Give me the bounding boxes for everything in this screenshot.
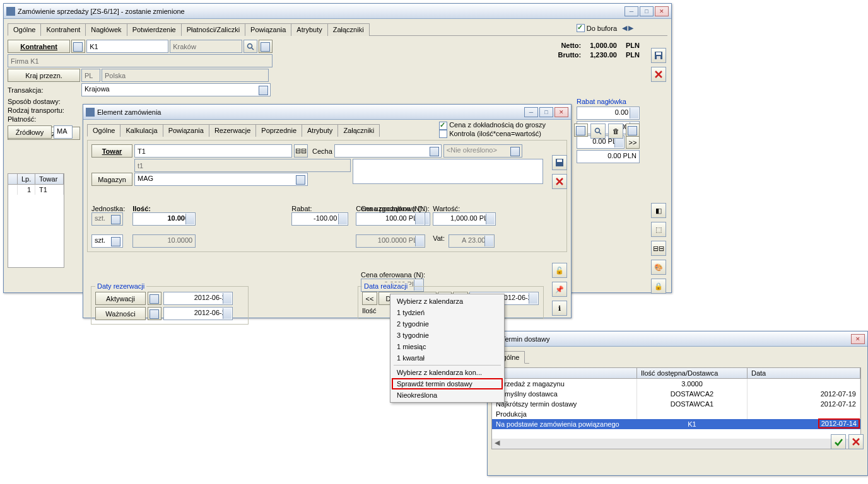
app-icon bbox=[6, 7, 15, 16]
cecha-select[interactable] bbox=[334, 144, 442, 158]
search-dropdown[interactable] bbox=[259, 40, 273, 53]
el-tab-kalkulacja[interactable]: Kalkulacja bbox=[120, 124, 163, 137]
magazyn-select[interactable]: MAG bbox=[134, 173, 308, 186]
wartosc-label: Wartość: bbox=[433, 205, 460, 212]
buffer-label: Do bufora bbox=[587, 25, 617, 32]
nav-right-icon[interactable]: ▶ bbox=[628, 24, 633, 32]
table-row[interactable]: Sprzedaż z magazynu3.0000 bbox=[492, 379, 860, 389]
kontrola-checkbox[interactable] bbox=[439, 130, 447, 138]
jed1-select[interactable]: szt. bbox=[91, 212, 123, 226]
transakcja-select[interactable]: Krajowa bbox=[81, 83, 271, 96]
waznosci-button[interactable]: Ważności bbox=[95, 307, 146, 320]
cena-dokl-checkbox[interactable] bbox=[439, 122, 447, 130]
menu-3tygodnie[interactable]: 3 tygodnie bbox=[392, 330, 503, 341]
el-tab-zalaczniki[interactable]: Załączniki bbox=[337, 124, 380, 137]
menu-nieokreslona[interactable]: Nieokreślona bbox=[392, 389, 503, 401]
table-row[interactable]: Domyślny dostawcaDOSTAWCA22012-07-19 bbox=[492, 389, 860, 399]
kontrahent-button[interactable]: Kontrahent bbox=[8, 40, 70, 53]
date-prev-button[interactable]: << bbox=[362, 292, 377, 305]
table-row-selected[interactable]: Na podstawie zamówienia powiązanego K1 2… bbox=[492, 419, 860, 429]
table-row[interactable]: Najkrótszy termin dostawyDOSTAWCA12012-0… bbox=[492, 399, 860, 409]
nieokreslono-select[interactable]: <Nie określono> bbox=[443, 144, 522, 158]
minimize-button[interactable]: ─ bbox=[625, 6, 638, 16]
termin-titlebar: ▲ Termin dostawy ✕ bbox=[488, 331, 867, 347]
action2-icon[interactable]: ⬚ bbox=[651, 222, 666, 237]
maximize-button[interactable]: □ bbox=[640, 6, 654, 16]
cell-lp[interactable]: 1 bbox=[18, 185, 35, 195]
termin-ok-icon[interactable] bbox=[831, 434, 846, 449]
cancel-icon[interactable] bbox=[651, 67, 666, 82]
waznosci-dd[interactable] bbox=[148, 307, 161, 320]
palette-icon[interactable]: 🎨 bbox=[651, 260, 666, 275]
tab-ogolne[interactable]: Ogólne bbox=[8, 23, 41, 36]
el-save-icon[interactable] bbox=[552, 155, 567, 170]
termin-close-button[interactable]: ✕ bbox=[851, 334, 865, 344]
table-row[interactable]: Produkcja bbox=[492, 409, 860, 419]
menu-2tygodnie[interactable]: 2 tygodnie bbox=[392, 318, 503, 330]
save-icon[interactable] bbox=[651, 48, 666, 63]
rabat-input[interactable]: -100.00 % bbox=[291, 212, 348, 226]
menu-sprawdz-termin[interactable]: Sprawdź termin dostawy bbox=[392, 378, 503, 389]
cena-uzg1-input[interactable]: 100.00 PLN bbox=[356, 212, 425, 226]
nav-left-icon[interactable]: ◀ bbox=[622, 24, 627, 32]
tab-naglowek[interactable]: Nagłówek bbox=[85, 23, 127, 36]
aktywacji-button[interactable]: Aktywacji bbox=[95, 292, 146, 305]
waznosci-date[interactable]: 2012-06-25 bbox=[163, 307, 233, 320]
cell-towar[interactable]: T1 bbox=[35, 185, 64, 195]
menu-1miesiac[interactable]: 1 miesiąc bbox=[392, 341, 503, 352]
aktywacji-date[interactable]: 2012-06-25 bbox=[163, 292, 233, 305]
el-tab-rezerwacje[interactable]: Rezerwacje bbox=[209, 124, 256, 137]
el-info-icon[interactable]: ℹ bbox=[552, 301, 567, 316]
menu-1tydzien[interactable]: 1 tydzień bbox=[392, 307, 503, 318]
tab-zalaczniki[interactable]: Załączniki bbox=[327, 23, 370, 36]
el-minimize-button[interactable]: ─ bbox=[524, 107, 538, 117]
jed2-select[interactable]: szt. bbox=[91, 234, 123, 248]
tab-platnosci[interactable]: Płatności/Zaliczki bbox=[181, 23, 245, 36]
cena-pocz-label: Cena początkowa (N): bbox=[361, 205, 430, 212]
kontrahent-code-input[interactable] bbox=[86, 40, 168, 53]
scroll-left-icon[interactable]: ◀ bbox=[492, 439, 502, 449]
el-tab-ogolne[interactable]: Ogólne bbox=[87, 124, 120, 137]
menu-kalendarz[interactable]: Wybierz z kalendarza bbox=[392, 296, 503, 307]
link-icon[interactable]: ⊟⊟ bbox=[651, 241, 666, 256]
towar-button[interactable]: Towar bbox=[91, 144, 132, 158]
zoom-icon[interactable] bbox=[590, 124, 606, 139]
el-close-button[interactable]: ✕ bbox=[554, 107, 568, 117]
kontrahent-dropdown[interactable] bbox=[71, 40, 85, 53]
el-tab-powiazania[interactable]: Powiązania bbox=[163, 124, 209, 137]
action1-icon[interactable]: ◧ bbox=[651, 203, 666, 218]
desc-textarea[interactable] bbox=[353, 159, 543, 184]
lock-icon[interactable]: 🔒 bbox=[651, 279, 666, 294]
towar-input[interactable] bbox=[134, 144, 292, 158]
trash-icon[interactable]: 🗑 bbox=[608, 124, 623, 139]
search-icon[interactable] bbox=[243, 40, 257, 53]
tab-potwierdzenie[interactable]: Potwierdzenie bbox=[127, 23, 182, 36]
rabat-pct1[interactable]: 0.00 % bbox=[577, 107, 640, 120]
el-pin-icon[interactable]: 📌 bbox=[552, 282, 567, 297]
el-tab-poprzednie[interactable]: Poprzednie bbox=[255, 124, 302, 137]
buffer-checkbox[interactable] bbox=[577, 24, 585, 32]
svg-rect-4 bbox=[657, 56, 660, 59]
tab-atrybuty[interactable]: Atrybuty bbox=[291, 23, 327, 36]
aktywacji-dd[interactable] bbox=[148, 292, 161, 305]
kraj-button[interactable]: Kraj przezn. bbox=[8, 69, 80, 82]
mag-input[interactable]: MA bbox=[54, 125, 73, 139]
cena-uzg2-input: 100.0000 PLN bbox=[356, 234, 425, 248]
magazyn-button[interactable]: Magazyn bbox=[91, 173, 132, 186]
close-button[interactable]: ✕ bbox=[655, 6, 669, 16]
ilosc1-input[interactable]: 10.0000 bbox=[132, 212, 196, 226]
towar-link-icon[interactable]: ⊟⊟ bbox=[294, 144, 308, 158]
termin-cancel-icon[interactable] bbox=[848, 434, 864, 449]
zrodlowy-button[interactable]: Źródłowy bbox=[8, 125, 52, 139]
add-dropdown[interactable] bbox=[574, 124, 588, 137]
menu-1kwartal[interactable]: 1 kwartał bbox=[392, 352, 503, 364]
el-cancel-icon[interactable] bbox=[552, 174, 567, 189]
wartosc-input[interactable]: 1,000.00 PLN bbox=[433, 212, 496, 226]
el-lock-icon[interactable]: 🔓 bbox=[552, 263, 567, 278]
tab-powiazania[interactable]: Powiązania bbox=[245, 23, 291, 36]
el-tab-atrybuty[interactable]: Atrybuty bbox=[302, 124, 338, 137]
menu-kalendarz-kon[interactable]: Wybierz z kalendarza kon... bbox=[392, 367, 503, 378]
tab-kontrahent[interactable]: Kontrahent bbox=[40, 23, 86, 36]
el-maximize-button[interactable]: □ bbox=[539, 107, 553, 117]
trash-dropdown[interactable] bbox=[626, 124, 640, 137]
